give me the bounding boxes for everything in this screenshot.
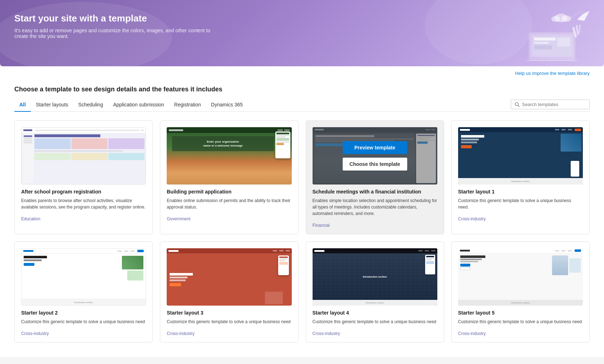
svg-point-15 <box>551 16 560 22</box>
tab-starter[interactable]: Starter layouts <box>31 98 73 112</box>
card-title-starter-5: Starter layout 5 <box>458 310 583 316</box>
choose-template-button[interactable]: Choose this template <box>343 158 407 171</box>
card-desc-starter-1: Customize this generic template to solve… <box>458 197 583 210</box>
template-card-starter-5[interactable]: Introduction section Starter layout 5 Cu… <box>451 241 590 343</box>
hero-title: Start your site with a template <box>14 13 590 24</box>
svg-rect-3 <box>534 38 556 40</box>
hero-subtitle: It's easy to add or remove pages and cus… <box>14 28 222 39</box>
card-title-building-permit: Building permit application <box>167 189 291 195</box>
tab-scheduling[interactable]: Scheduling <box>73 98 108 112</box>
card-preview-starter-4: Introduction section Introduction sectio… <box>313 248 437 306</box>
card-tag-starter-4[interactable]: Cross-industry <box>313 331 340 336</box>
tab-dynamics[interactable]: Dynamics 365 <box>206 98 248 112</box>
template-card-after-school[interactable]: After school program registration Enable… <box>14 120 153 234</box>
card-preview-building-permit: Enter your organizationname or a welcome… <box>167 127 291 185</box>
search-input[interactable] <box>522 102 586 107</box>
section-title: Choose a template to see design details … <box>14 78 590 98</box>
help-link[interactable]: Help us improve the template library <box>515 71 590 76</box>
svg-rect-5 <box>534 45 552 49</box>
svg-rect-4 <box>534 42 548 44</box>
card-preview-starter-1: Introduction section <box>458 127 583 185</box>
card-tag-after-school[interactable]: Education <box>21 216 40 221</box>
card-title-starter-3: Starter layout 3 <box>167 310 291 316</box>
template-card-starter-4[interactable]: Introduction section Introduction sectio… <box>306 241 444 343</box>
card-tag-starter-5[interactable]: Cross-industry <box>458 331 486 336</box>
card-preview-starter-5: Introduction section <box>458 248 583 306</box>
tab-registration[interactable]: Registration <box>169 98 206 112</box>
card-overlay-schedule: Preview template Choose this template <box>313 127 437 185</box>
template-card-schedule-meetings[interactable]: Preview template Choose this template Sc… <box>306 120 444 234</box>
search-container[interactable] <box>511 100 590 109</box>
template-grid: After school program registration Enable… <box>14 120 590 343</box>
card-title-starter-1: Starter layout 1 <box>458 189 583 195</box>
card-tag-starter-1[interactable]: Cross-industry <box>458 216 486 221</box>
card-preview-after-school <box>21 127 146 185</box>
card-tag-starter-2[interactable]: Cross-industry <box>21 331 49 336</box>
card-desc-starter-5: Customize this generic template to solve… <box>458 318 583 325</box>
svg-rect-6 <box>557 38 570 47</box>
template-card-starter-2[interactable]: Introduction section Starter layout 2 Cu… <box>14 241 153 343</box>
help-row: Help us improve the template library <box>0 66 604 78</box>
card-desc-building-permit: Enables online submission of permits and… <box>167 197 291 210</box>
card-desc-starter-2: Customize this generic template to solve… <box>21 318 146 325</box>
card-tag-building-permit[interactable]: Government <box>167 216 190 221</box>
preview-template-button[interactable]: Preview template <box>343 141 407 154</box>
svg-rect-9 <box>576 25 579 35</box>
card-desc-after-school: Enables parents to browse after school a… <box>21 197 146 210</box>
card-title-after-school: After school program registration <box>21 189 146 195</box>
hero-illustration <box>511 7 590 61</box>
main-content: Choose a template to see design details … <box>0 78 604 357</box>
tab-application[interactable]: Application submission <box>108 98 169 112</box>
card-desc-starter-4: Customize this generic template to solve… <box>313 318 437 325</box>
tabs-row: All Starter layouts Scheduling Applicati… <box>14 98 590 112</box>
card-preview-starter-2: Introduction section <box>21 248 146 306</box>
template-card-building-permit[interactable]: Enter your organizationname or a welcome… <box>160 120 298 234</box>
card-desc-schedule: Enables simple location selection and ap… <box>313 197 437 217</box>
card-desc-starter-3: Customize this generic template to solve… <box>167 318 291 325</box>
template-card-starter-1[interactable]: Introduction section Starter layout 1 Cu… <box>451 120 590 234</box>
card-title-starter-2: Starter layout 2 <box>21 310 146 316</box>
card-title-schedule: Schedule meetings with a financial insti… <box>313 189 437 195</box>
card-preview-schedule-meetings: Preview template Choose this template <box>313 127 437 185</box>
search-icon <box>515 102 520 107</box>
card-preview-starter-3 <box>167 248 291 306</box>
tab-all[interactable]: All <box>14 98 31 112</box>
svg-rect-10 <box>579 24 581 33</box>
card-title-starter-4: Starter layout 4 <box>313 310 437 316</box>
svg-rect-7 <box>525 60 579 61</box>
template-card-starter-3[interactable]: Starter layout 3 Customize this generic … <box>160 241 298 343</box>
card-tag-starter-3[interactable]: Cross-industry <box>167 331 194 336</box>
card-tag-schedule[interactable]: Financial <box>313 223 330 228</box>
hero-banner: Start your site with a template It's eas… <box>0 0 604 66</box>
svg-line-17 <box>518 105 519 107</box>
